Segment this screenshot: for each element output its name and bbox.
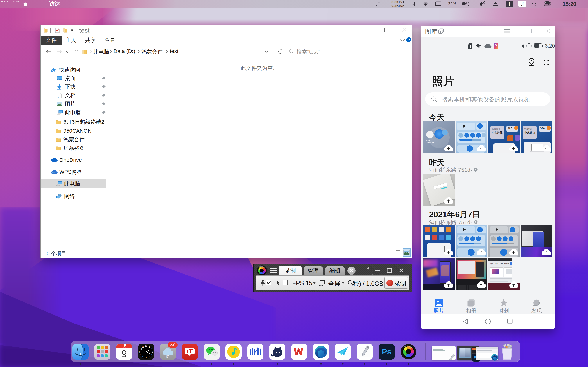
svg-text:8: 8 — [140, 353, 141, 355]
svg-text:2: 2 — [151, 348, 152, 350]
svg-text:5: 5 — [149, 355, 150, 358]
svg-text:4: 4 — [151, 353, 152, 355]
svg-text:3: 3 — [152, 351, 153, 353]
svg-text:12: 12 — [145, 345, 147, 347]
svg-text:6: 6 — [146, 356, 147, 359]
svg-text:1: 1 — [149, 346, 150, 348]
svg-text:7: 7 — [142, 355, 143, 358]
svg-text:9: 9 — [139, 351, 140, 353]
svg-text:10: 10 — [140, 348, 142, 350]
svg-text:11: 11 — [142, 346, 144, 348]
